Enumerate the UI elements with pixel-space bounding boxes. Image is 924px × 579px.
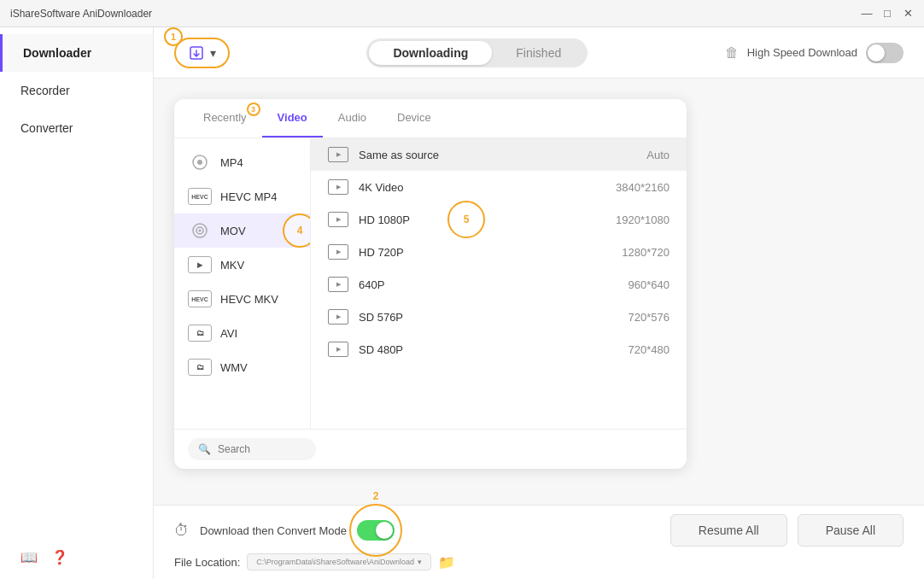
quality-icon-480p — [328, 342, 348, 357]
toolbar: 1 ▾ Downloading Finished 🗑 — [154, 27, 924, 79]
step4-badge: 4 — [283, 213, 311, 248]
quality-576p[interactable]: SD 576P 720*576 — [311, 301, 687, 333]
maximize-button[interactable]: □ — [881, 8, 893, 20]
format-picker: Recently 3 Video Audio Device — [174, 99, 687, 469]
tab-finished[interactable]: Finished — [492, 41, 585, 65]
toolbar-right: 🗑 High Speed Download — [725, 43, 904, 63]
toggle-wrapper: 2 — [357, 520, 395, 541]
search-input-wrap: 🔍 — [188, 438, 316, 460]
quality-480p[interactable]: SD 480P 720*480 — [311, 333, 687, 366]
format-wmv[interactable]: 🗂 WMV — [174, 350, 310, 384]
search-input[interactable] — [218, 443, 306, 455]
step3-badge: 3 — [247, 102, 260, 116]
avi-icon: 🗂 — [188, 325, 212, 342]
add-url-button[interactable]: ▾ — [174, 38, 230, 68]
high-speed-label: High Speed Download — [747, 46, 857, 59]
convert-mode-row: ⏱ Download then Convert Mode 2 — [174, 520, 395, 541]
mkv-icon: ▶ — [188, 256, 212, 273]
quality-same-as-source[interactable]: Same as source Auto — [311, 138, 687, 171]
chevron-down-icon: ▾ — [418, 558, 422, 566]
quality-1080p[interactable]: HD 1080P 5 1920*1080 — [311, 203, 687, 236]
picker-body: MP4 HEVC HEVC MP4 MOV — [174, 138, 687, 429]
minimize-button[interactable]: — — [861, 8, 873, 20]
wmv-icon: 🗂 — [188, 359, 212, 376]
file-path-text: C:\ProgramData\iShareSoftware\AniDownloa… — [256, 558, 414, 566]
close-button[interactable]: ✕ — [902, 8, 914, 20]
hevc-mkv-icon: HEVC — [188, 290, 212, 307]
tab-switch: Downloading Finished — [366, 38, 588, 67]
quality-4k[interactable]: 4K Video 3840*2160 — [311, 171, 687, 203]
mp4-icon — [188, 154, 212, 171]
format-avi[interactable]: 🗂 AVI — [174, 316, 310, 350]
resume-all-button[interactable]: Resume All — [670, 514, 787, 547]
mov-icon — [188, 222, 212, 239]
picker-search: 🔍 — [174, 429, 687, 469]
convert-mode-label: Download then Convert Mode — [200, 524, 347, 537]
file-path-select[interactable]: C:\ProgramData\iShareSoftware\AniDownloa… — [247, 553, 431, 570]
high-speed-toggle[interactable] — [866, 43, 904, 63]
tab-switch-area: Downloading Finished — [243, 38, 711, 67]
folder-icon[interactable]: 📁 — [438, 554, 455, 570]
format-hevc-mkv[interactable]: HEVC HEVC MKV — [174, 282, 310, 316]
convert-mode-toggle[interactable] — [357, 520, 395, 541]
sidebar-item-recorder[interactable]: Recorder — [0, 72, 153, 109]
tab-downloading[interactable]: Downloading — [369, 41, 492, 65]
file-location-row: File Location: C:\ProgramData\iShareSoft… — [174, 553, 904, 570]
quality-icon-720p — [328, 244, 348, 260]
picker-tabs: Recently 3 Video Audio Device — [174, 99, 687, 138]
quality-icon-same — [328, 147, 348, 162]
tab-video[interactable]: Video — [262, 99, 323, 137]
clock-icon: ⏱ — [174, 522, 190, 540]
content-area: 1 ▾ Downloading Finished 🗑 — [154, 27, 924, 579]
format-list: MP4 HEVC HEVC MP4 MOV — [174, 138, 311, 429]
tab-audio[interactable]: Audio — [323, 99, 382, 137]
app-title: iShareSoftware AniDownloader — [10, 8, 152, 20]
sidebar-bottom: 📖 ❓ — [0, 535, 153, 579]
quality-icon-576p — [328, 309, 348, 325]
sidebar-item-downloader[interactable]: Downloader — [0, 34, 153, 72]
quality-list: Same as source Auto 4K Video 3840*2160 H… — [311, 138, 687, 429]
main-area: Recently 3 Video Audio Device — [154, 79, 924, 505]
window-controls: — □ ✕ — [861, 8, 914, 20]
trash-button[interactable]: 🗑 — [725, 45, 739, 61]
quality-icon-4k — [328, 179, 348, 195]
quality-icon-640p — [328, 277, 348, 292]
quality-icon-1080p — [328, 212, 348, 227]
step1-badge: 1 — [164, 27, 183, 46]
tab-device[interactable]: Device — [382, 99, 447, 137]
file-location-label: File Location: — [174, 556, 240, 569]
svg-point-2 — [197, 160, 202, 165]
book-icon[interactable]: 📖 — [20, 549, 38, 565]
tab-recently[interactable]: Recently 3 — [188, 99, 262, 137]
help-icon[interactable]: ❓ — [51, 549, 68, 565]
format-hevc-mp4[interactable]: HEVC HEVC MP4 — [174, 179, 310, 213]
download-icon — [188, 44, 205, 61]
svg-point-5 — [199, 230, 202, 232]
search-icon: 🔍 — [198, 443, 211, 455]
bottom-bar: ⏱ Download then Convert Mode 2 Resume Al… — [154, 505, 924, 579]
sidebar-item-converter[interactable]: Converter — [0, 109, 153, 147]
format-mkv[interactable]: ▶ MKV — [174, 248, 310, 282]
action-buttons: Resume All Pause All — [670, 514, 904, 547]
format-mp4[interactable]: MP4 — [174, 145, 310, 179]
format-mov[interactable]: MOV 4 — [174, 213, 310, 248]
quality-640p[interactable]: 640P 960*640 — [311, 268, 687, 301]
add-url-wrapper: 1 ▾ — [174, 38, 230, 68]
sidebar: Downloader Recorder Converter 📖 ❓ — [0, 27, 154, 579]
title-bar: iShareSoftware AniDownloader — □ ✕ — [0, 0, 924, 27]
quality-720p[interactable]: HD 720P 1280*720 — [311, 236, 687, 268]
hevc-mp4-icon: HEVC — [188, 188, 212, 205]
app-body: Downloader Recorder Converter 📖 ❓ 1 — [0, 27, 924, 579]
pause-all-button[interactable]: Pause All — [798, 514, 904, 547]
